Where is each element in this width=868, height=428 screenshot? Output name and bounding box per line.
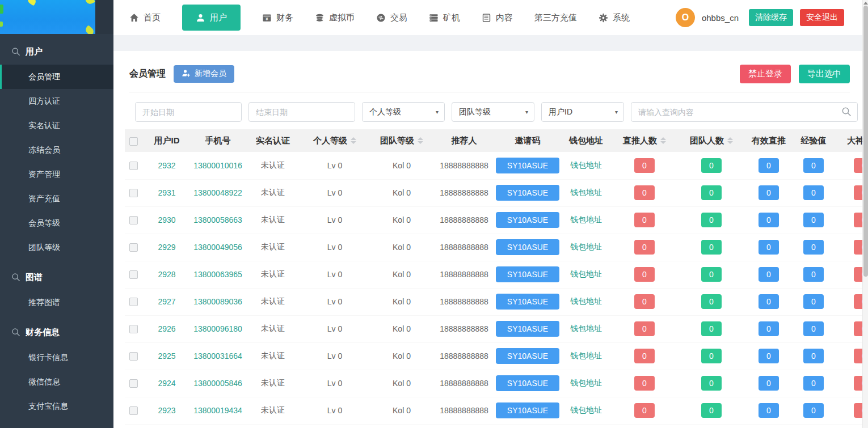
sidebar-item[interactable]: 推荐图谱 xyxy=(0,290,113,315)
nav-item[interactable]: 矿机 xyxy=(429,5,460,31)
team-count-badge[interactable]: 0 xyxy=(701,267,722,282)
select-all-checkbox[interactable] xyxy=(129,137,138,146)
phone-link[interactable]: 13800048922 xyxy=(193,188,242,197)
direct-count-badge[interactable]: 0 xyxy=(634,321,655,336)
sidebar-item[interactable]: 微信信息 xyxy=(0,370,113,394)
end-date-input[interactable] xyxy=(248,102,355,122)
row-checkbox[interactable] xyxy=(129,162,138,170)
phone-link[interactable]: 13800058663 xyxy=(193,215,242,224)
user-id-link[interactable]: 2930 xyxy=(158,215,175,224)
scrollbar-thumb[interactable] xyxy=(863,6,868,277)
invite-code-button[interactable]: SY10ASUE xyxy=(496,185,559,201)
user-id-link[interactable]: 2923 xyxy=(158,406,175,415)
nav-item[interactable]: 虚拟币 xyxy=(315,5,355,31)
direct-count-badge[interactable]: 0 xyxy=(634,403,655,418)
sidebar-section-title[interactable]: 用户 xyxy=(0,39,113,65)
valid-direct-badge[interactable]: 0 xyxy=(759,185,779,200)
row-checkbox[interactable] xyxy=(129,270,138,279)
nav-item[interactable]: 交易 xyxy=(376,5,407,31)
personal-level-select[interactable]: 个人等级 ▾ xyxy=(362,102,445,122)
logout-button[interactable]: 安全退出 xyxy=(800,9,844,26)
row-checkbox[interactable] xyxy=(129,379,138,388)
team-count-badge[interactable]: 0 xyxy=(701,376,722,391)
phone-link[interactable]: 13800096180 xyxy=(193,324,242,333)
phone-link[interactable]: 13800005846 xyxy=(193,379,242,388)
wallet-address-link[interactable]: 钱包地址 xyxy=(570,242,602,251)
user-id-link[interactable]: 2932 xyxy=(158,161,175,170)
valid-direct-badge[interactable]: 0 xyxy=(759,213,779,227)
user-id-link[interactable]: 2927 xyxy=(158,297,175,306)
sidebar-item[interactable]: 银行卡信息 xyxy=(0,345,113,370)
valid-direct-badge[interactable]: 0 xyxy=(759,403,779,418)
invite-code-button[interactable]: SY10ASUE xyxy=(496,212,559,228)
export-selected-button[interactable]: 导出选中 xyxy=(799,65,850,83)
wallet-address-link[interactable]: 钱包地址 xyxy=(570,405,602,414)
direct-count-badge[interactable]: 0 xyxy=(634,294,655,309)
exp-badge[interactable]: 0 xyxy=(803,267,824,282)
sidebar-section-title[interactable]: 图谱 xyxy=(0,264,113,290)
exp-badge[interactable]: 0 xyxy=(803,240,824,255)
invite-code-button[interactable]: SY10ASUE xyxy=(496,294,559,310)
direct-count-badge[interactable]: 0 xyxy=(634,240,655,255)
sidebar-item[interactable]: 资产管理 xyxy=(0,162,113,187)
user-id-link[interactable]: 2924 xyxy=(158,379,175,388)
valid-direct-badge[interactable]: 0 xyxy=(759,158,779,173)
scrollbar[interactable] xyxy=(862,0,868,428)
avatar[interactable]: O xyxy=(676,8,695,27)
team-count-badge[interactable]: 0 xyxy=(701,349,722,363)
invite-code-button[interactable]: SY10ASUE xyxy=(496,321,559,337)
invite-code-button[interactable]: SY10ASUE xyxy=(496,158,559,173)
team-count-badge[interactable]: 0 xyxy=(701,158,722,173)
exp-badge[interactable]: 0 xyxy=(803,403,824,418)
invite-code-button[interactable]: SY10ASUE xyxy=(496,266,559,282)
row-checkbox[interactable] xyxy=(129,325,138,333)
row-checkbox[interactable] xyxy=(129,189,138,197)
direct-count-badge[interactable]: 0 xyxy=(634,185,655,200)
sort-icon[interactable] xyxy=(418,137,423,144)
search-input[interactable] xyxy=(631,102,858,122)
team-level-select[interactable]: 团队等级 ▾ xyxy=(452,102,534,122)
wallet-address-link[interactable]: 钱包地址 xyxy=(570,351,602,360)
exp-badge[interactable]: 0 xyxy=(803,349,824,363)
phone-link[interactable]: 13800019434 xyxy=(193,406,242,415)
direct-count-badge[interactable]: 0 xyxy=(634,376,655,391)
search-icon[interactable] xyxy=(841,107,852,117)
row-checkbox[interactable] xyxy=(129,406,138,415)
invite-code-button[interactable]: SY10ASUE xyxy=(496,402,559,418)
nav-item[interactable]: 第三方充值 xyxy=(534,5,577,31)
sidebar-item[interactable]: 实名认证 xyxy=(0,113,113,138)
sort-icon[interactable] xyxy=(660,137,666,144)
team-count-badge[interactable]: 0 xyxy=(701,294,722,309)
user-id-link[interactable]: 2929 xyxy=(158,243,175,252)
valid-direct-badge[interactable]: 0 xyxy=(759,376,779,391)
valid-direct-badge[interactable]: 0 xyxy=(759,294,779,309)
nav-item[interactable]: 系统 xyxy=(599,5,630,31)
team-count-badge[interactable]: 0 xyxy=(701,240,722,255)
phone-link[interactable]: 13800063965 xyxy=(193,270,242,279)
row-checkbox[interactable] xyxy=(129,243,138,252)
user-id-link[interactable]: 2931 xyxy=(158,188,175,197)
exp-badge[interactable]: 0 xyxy=(803,321,824,336)
invite-code-button[interactable]: SY10ASUE xyxy=(496,239,559,255)
exp-badge[interactable]: 0 xyxy=(803,294,824,309)
forbid-login-button[interactable]: 禁止登录 xyxy=(740,65,791,83)
clear-cache-button[interactable]: 清除缓存 xyxy=(749,9,793,26)
wallet-address-link[interactable]: 钱包地址 xyxy=(570,296,602,306)
valid-direct-badge[interactable]: 0 xyxy=(759,321,779,336)
wallet-address-link[interactable]: 钱包地址 xyxy=(570,160,602,169)
team-count-badge[interactable]: 0 xyxy=(701,213,722,227)
sidebar-section-title[interactable]: 财务信息 xyxy=(0,319,113,345)
valid-direct-badge[interactable]: 0 xyxy=(759,349,779,363)
exp-badge[interactable]: 0 xyxy=(803,213,824,227)
direct-count-badge[interactable]: 0 xyxy=(634,267,655,282)
start-date-input[interactable] xyxy=(135,102,242,122)
sidebar-item[interactable]: 团队等级 xyxy=(0,235,113,260)
user-id-select[interactable]: 用户ID ▾ xyxy=(541,102,624,122)
wallet-address-link[interactable]: 钱包地址 xyxy=(570,188,602,197)
exp-badge[interactable]: 0 xyxy=(803,158,824,173)
sidebar-item[interactable]: 支付宝信息 xyxy=(0,394,113,418)
wallet-address-link[interactable]: 钱包地址 xyxy=(570,378,602,387)
phone-link[interactable]: 13800010016 xyxy=(193,161,242,170)
sidebar-item[interactable]: 四方认证 xyxy=(0,89,113,113)
sidebar-item[interactable]: 资产充值 xyxy=(0,187,113,211)
